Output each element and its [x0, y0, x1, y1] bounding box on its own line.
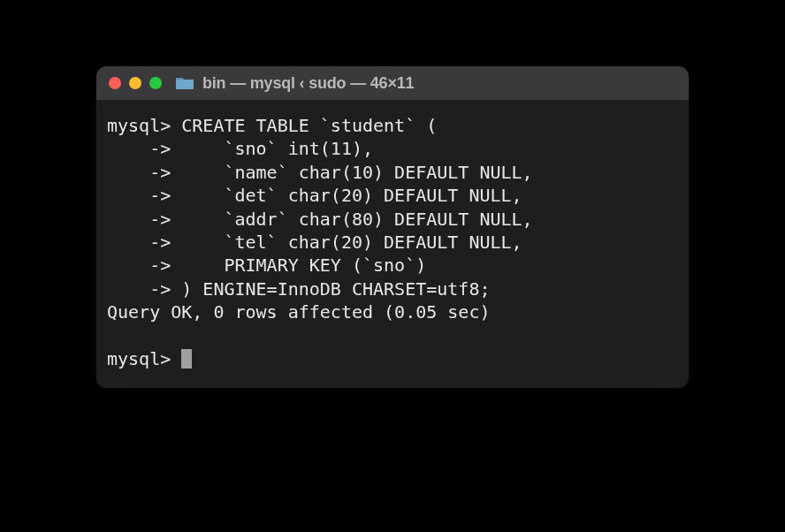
terminal-line: -> `name` char(10) DEFAULT NULL, [107, 162, 533, 183]
terminal-line: -> `sno` int(11), [107, 138, 373, 159]
titlebar[interactable]: bin — mysql ‹ sudo — 46×11 [96, 66, 689, 100]
window-title: bin — mysql ‹ sudo — 46×11 [202, 74, 414, 93]
terminal-line: -> ) ENGINE=InnoDB CHARSET=utf8; [107, 278, 490, 300]
terminal-line: mysql> CREATE TABLE `student` ( [107, 115, 437, 136]
terminal-line: -> `det` char(20) DEFAULT NULL, [107, 185, 522, 206]
terminal-line: -> `tel` char(20) DEFAULT NULL, [107, 232, 522, 253]
folder-icon [175, 75, 194, 91]
cursor-icon [181, 349, 192, 369]
terminal-line: -> `addr` char(80) DEFAULT NULL, [107, 209, 533, 230]
terminal-line: -> PRIMARY KEY (`sno`) [107, 255, 426, 276]
maximize-icon[interactable] [149, 77, 162, 89]
terminal-body[interactable]: mysql> CREATE TABLE `student` ( -> `sno`… [96, 100, 689, 388]
minimize-icon[interactable] [129, 77, 141, 89]
close-icon[interactable] [109, 77, 121, 89]
terminal-line: Query OK, 0 rows affected (0.05 sec) [107, 301, 490, 323]
terminal-prompt: mysql> [107, 348, 181, 369]
traffic-lights [109, 77, 162, 89]
terminal-window: bin — mysql ‹ sudo — 46×11 mysql> CREATE… [96, 66, 689, 388]
